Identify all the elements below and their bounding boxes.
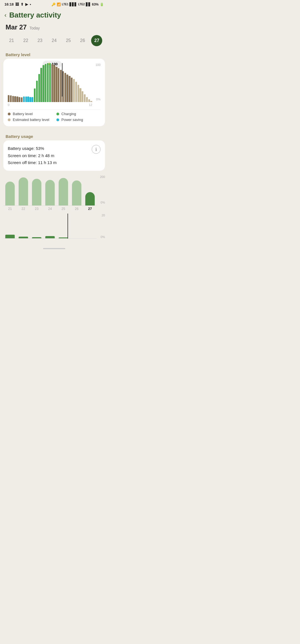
usage-bar-23 bbox=[32, 179, 41, 205]
day-22[interactable]: 22 bbox=[20, 35, 31, 46]
chart-time-line bbox=[62, 63, 62, 96]
bar-1 bbox=[8, 95, 9, 102]
usage-percent: Battery usage: 53% bbox=[8, 145, 57, 152]
usage-bar-22 bbox=[19, 177, 28, 205]
y-label-bottom: 0% bbox=[96, 98, 101, 101]
signal2-icon: ▋▋ bbox=[86, 3, 91, 6]
bar-19 bbox=[47, 63, 49, 102]
legend-label-estimated: Estimated battery level bbox=[13, 118, 49, 122]
legend-dot-charging bbox=[56, 113, 59, 115]
x-label-0: 0 bbox=[8, 103, 9, 106]
bar-25 bbox=[60, 70, 62, 102]
bar-27 bbox=[64, 73, 66, 102]
usage-bar2-21 bbox=[5, 235, 15, 238]
legend-battery: Battery level bbox=[8, 112, 52, 116]
day-23[interactable]: 23 bbox=[34, 35, 46, 46]
usage-y-top: 200 bbox=[100, 175, 105, 179]
bar-35 bbox=[82, 91, 83, 102]
info-button[interactable]: ℹ bbox=[92, 145, 101, 154]
date-sub: Today bbox=[29, 26, 40, 30]
signal1-icon: ▋▋▋ bbox=[69, 3, 77, 6]
usage-header: Battery usage: 53% Screen on time: 2 h 4… bbox=[8, 145, 101, 166]
usage-bar2-25 bbox=[59, 237, 68, 238]
bar-20 bbox=[49, 63, 51, 102]
bar-11 bbox=[29, 97, 31, 102]
bar-6 bbox=[19, 97, 20, 102]
legend-label-battery: Battery level bbox=[13, 112, 33, 116]
bar-24 bbox=[58, 68, 59, 102]
usage-bar2-22 bbox=[19, 237, 28, 238]
status-left: 16:18 🖼 ⬆ ▶ • bbox=[4, 2, 31, 6]
bar-4 bbox=[14, 96, 16, 102]
bar-39 bbox=[90, 101, 92, 102]
nav-icon: ▶ bbox=[25, 2, 28, 6]
bar-7 bbox=[21, 97, 22, 102]
usage2-y-top: 20 bbox=[102, 214, 105, 217]
status-right: 🔑 📶 LTE1 ▋▋▋ LTE2 ▋▋ 63% 🔋 bbox=[51, 3, 104, 6]
day-25[interactable]: 25 bbox=[63, 35, 74, 46]
date-main: Mar 27 bbox=[6, 23, 27, 31]
legend-dot-battery bbox=[8, 113, 11, 115]
y-label-top: 100 bbox=[96, 63, 101, 66]
bar-38 bbox=[88, 99, 90, 102]
scroll-bar bbox=[43, 248, 65, 249]
usage-label-25: 25 bbox=[61, 207, 65, 211]
legend-dot-power-saving bbox=[56, 118, 59, 121]
scroll-indicator bbox=[0, 245, 108, 251]
usage-label-21: 21 bbox=[8, 207, 12, 211]
usage-bar-21 bbox=[5, 182, 15, 205]
usage-bar2-23 bbox=[32, 237, 41, 238]
battery-usage-card: Battery usage: 53% Screen on time: 2 h 4… bbox=[3, 140, 105, 171]
key-icon: 🔑 bbox=[51, 3, 56, 6]
bar-21 bbox=[51, 64, 53, 102]
bar-34 bbox=[79, 88, 81, 102]
battery-level-label: Battery level bbox=[0, 49, 108, 59]
wifi-icon: 📶 bbox=[57, 3, 61, 6]
bar-36 bbox=[84, 94, 86, 102]
battery-percent: 63% bbox=[92, 3, 99, 6]
chart-x-labels: 0 12 bbox=[8, 102, 92, 106]
status-bar: 16:18 🖼 ⬆ ▶ • 🔑 📶 LTE1 ▋▋▋ LTE2 ▋▋ 63% 🔋 bbox=[0, 0, 108, 8]
lte2-icon: LTE2 bbox=[78, 3, 85, 6]
day-21[interactable]: 21 bbox=[6, 35, 17, 46]
legend-power-saving: Power saving bbox=[56, 118, 101, 122]
day-27[interactable]: 27 bbox=[91, 35, 102, 46]
time: 16:18 bbox=[4, 2, 14, 6]
screen-on: Screen on time: 2 h 48 m bbox=[8, 152, 57, 159]
usage-bar-25 bbox=[59, 178, 68, 205]
usage-label-23: 23 bbox=[35, 207, 38, 211]
bar-15 bbox=[38, 74, 40, 102]
legend-estimated: Estimated battery level bbox=[8, 118, 52, 122]
usage-bar2-24 bbox=[45, 236, 55, 238]
bar-22 bbox=[53, 65, 55, 102]
usage-chart-1 bbox=[3, 175, 97, 206]
usage-label-22: 22 bbox=[21, 207, 25, 211]
usage-bar-24 bbox=[45, 180, 55, 205]
bar-3 bbox=[12, 96, 14, 102]
usage-bar-27 bbox=[85, 192, 95, 205]
usage-stats: Battery usage: 53% Screen on time: 2 h 4… bbox=[8, 145, 57, 166]
usage-chart-2 bbox=[3, 214, 97, 239]
info-icon: ℹ bbox=[95, 147, 97, 152]
day-26[interactable]: 26 bbox=[77, 35, 88, 46]
usage-label-26: 26 bbox=[75, 207, 78, 211]
bar-30 bbox=[71, 78, 72, 102]
header: ‹ Battery activity bbox=[0, 8, 108, 21]
usage-bar-26 bbox=[72, 180, 81, 205]
bar-23 bbox=[56, 67, 57, 102]
lte1-icon: LTE1 bbox=[62, 3, 69, 6]
date-section: Mar 27 Today bbox=[0, 21, 108, 32]
chart-legend: Battery level Charging Estimated battery… bbox=[8, 109, 101, 122]
bar-16 bbox=[40, 68, 42, 102]
usage-label-24: 24 bbox=[48, 207, 52, 211]
dot-icon: • bbox=[30, 2, 31, 6]
bar-14 bbox=[36, 81, 38, 102]
bar-13 bbox=[34, 88, 36, 102]
bar-29 bbox=[69, 76, 70, 102]
day-24[interactable]: 24 bbox=[49, 35, 60, 46]
day-selector: 21 22 23 24 25 26 27 bbox=[0, 32, 108, 49]
back-button[interactable]: ‹ bbox=[4, 12, 6, 19]
bar-17 bbox=[42, 65, 44, 102]
battery-icon: 🔋 bbox=[100, 3, 104, 6]
bar-32 bbox=[75, 82, 77, 102]
